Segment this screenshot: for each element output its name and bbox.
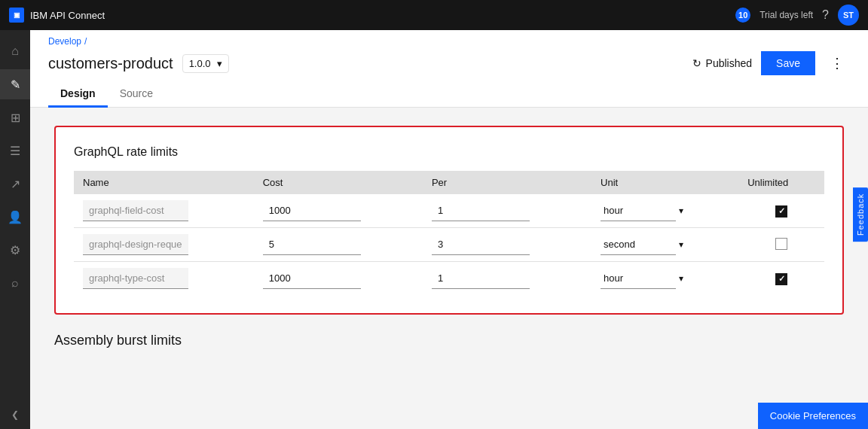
assembly-section: Assembly burst limits [54, 333, 844, 348]
cookie-preferences-button[interactable]: Cookie Preferences [758, 403, 868, 429]
unit-cell-1: secondminutehourday [601, 234, 729, 255]
col-header-name: Name [74, 171, 254, 194]
cost-input-1[interactable] [263, 234, 361, 255]
sidebar-item-chart[interactable]: ↗ [0, 169, 30, 199]
unit-select-1[interactable]: secondminutehourday [601, 234, 676, 255]
per-input-0[interactable] [432, 200, 530, 221]
topbar: ▣ IBM API Connect 10 Trial days left ? S… [0, 0, 868, 30]
cost-input-2[interactable] [263, 268, 361, 289]
breadcrumb: Develop / [48, 36, 850, 47]
more-options-button[interactable]: ⋮ [824, 52, 850, 75]
page-header: Develop / customers-product 1.0.0 ▾ ↻ Pu… [30, 30, 868, 108]
unit-select-0[interactable]: secondminutehourday [601, 200, 676, 221]
published-label: Published [706, 57, 753, 69]
table-row: secondminutehourday [74, 262, 824, 296]
unit-cell-0: secondminutehourday [601, 200, 729, 221]
help-icon[interactable]: ? [822, 8, 829, 22]
content-area: Develop / customers-product 1.0.0 ▾ ↻ Pu… [30, 30, 868, 429]
table-row: secondminutehourday [74, 194, 824, 228]
sidebar-item-list[interactable]: ☰ [0, 135, 30, 166]
col-header-unlimited: Unlimited [738, 171, 824, 194]
avatar[interactable]: ST [838, 5, 859, 26]
version-selector[interactable]: 1.0.0 ▾ [182, 54, 229, 73]
breadcrumb-separator: / [84, 36, 87, 47]
name-input-2[interactable] [83, 268, 188, 289]
per-input-1[interactable] [432, 234, 530, 255]
sidebar-expand-button[interactable]: ❮ [11, 409, 19, 420]
sidebar: ⌂ ✎ ⊞ ☰ ↗ 👤 ⚙ ⌕ ❮ [0, 30, 30, 429]
tabs-row: Design Source [48, 81, 850, 107]
topbar-left: ▣ IBM API Connect [9, 8, 105, 23]
sidebar-item-edit[interactable]: ✎ [0, 69, 30, 99]
save-button[interactable]: Save [761, 51, 815, 75]
table-row: secondminutehourday [74, 228, 824, 262]
header-left: customers-product 1.0.0 ▾ [48, 54, 229, 73]
unit-cell-2: secondminutehourday [601, 268, 729, 289]
feedback-tab[interactable]: Feedback [853, 187, 868, 242]
breadcrumb-develop[interactable]: Develop [48, 36, 81, 47]
name-input-1[interactable] [83, 234, 188, 255]
col-header-unit: Unit [591, 171, 738, 194]
name-input-0[interactable] [83, 200, 188, 221]
sidebar-item-home[interactable]: ⌂ [0, 36, 30, 66]
unlimited-checkbox-1[interactable] [775, 238, 787, 250]
trial-text: Trial days left [760, 10, 813, 20]
graphql-section-title: GraphQL rate limits [74, 145, 824, 159]
tab-design[interactable]: Design [48, 81, 108, 108]
sidebar-item-grid[interactable]: ⊞ [0, 102, 30, 132]
col-header-cost: Cost [254, 171, 423, 194]
trial-badge: 10 [735, 8, 750, 23]
graphql-rate-limits-section: GraphQL rate limits Name Cost Per Unit U… [54, 126, 844, 315]
main-layout: ⌂ ✎ ⊞ ☰ ↗ 👤 ⚙ ⌕ ❮ Develop / customers-pr… [0, 30, 868, 429]
topbar-right: 10 Trial days left ? ST [735, 5, 859, 26]
cost-input-0[interactable] [263, 200, 361, 221]
chevron-down-icon: ▾ [217, 58, 222, 69]
version-value: 1.0.0 [189, 58, 211, 69]
per-input-2[interactable] [432, 268, 530, 289]
page-content: GraphQL rate limits Name Cost Per Unit U… [30, 108, 868, 429]
sidebar-item-settings[interactable]: ⚙ [0, 235, 30, 265]
sidebar-item-users[interactable]: 👤 [0, 202, 30, 232]
unlimited-checkbox-2[interactable] [775, 273, 787, 285]
app-name: IBM API Connect [30, 10, 105, 21]
table-header-row: Name Cost Per Unit Unlimited [74, 171, 824, 194]
app-logo: ▣ [9, 8, 24, 23]
assembly-title: Assembly burst limits [54, 333, 182, 348]
col-header-per: Per [423, 171, 591, 194]
page-title: customers-product [48, 55, 173, 72]
header-right: ↻ Published Save ⋮ [692, 51, 850, 75]
header-row: customers-product 1.0.0 ▾ ↻ Published Sa… [48, 51, 850, 75]
tab-source[interactable]: Source [108, 81, 165, 108]
rate-limits-table: Name Cost Per Unit Unlimited [74, 171, 824, 295]
refresh-icon: ↻ [692, 57, 701, 69]
published-status: ↻ Published [692, 57, 753, 69]
unit-select-2[interactable]: secondminutehourday [601, 268, 676, 289]
sidebar-item-search[interactable]: ⌕ [0, 268, 30, 298]
unlimited-checkbox-0[interactable] [775, 205, 787, 218]
